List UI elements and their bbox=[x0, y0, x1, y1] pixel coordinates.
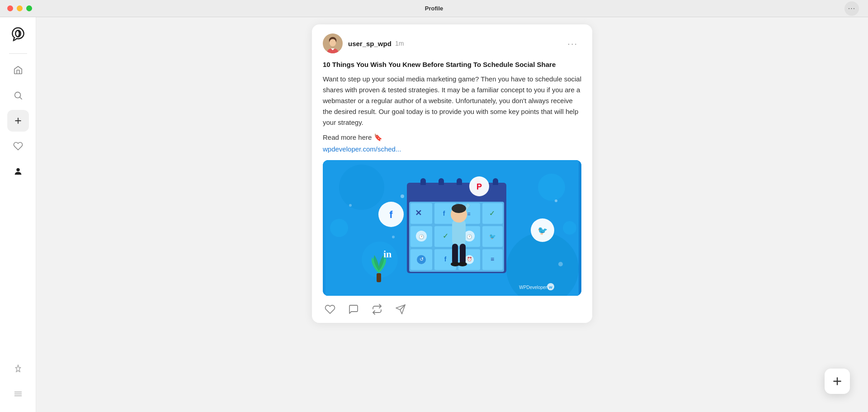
comment-icon bbox=[348, 304, 359, 315]
sidebar-item-search[interactable] bbox=[7, 85, 29, 106]
post-more-button[interactable]: ··· bbox=[564, 37, 581, 51]
svg-point-61 bbox=[458, 262, 467, 266]
like-button[interactable] bbox=[323, 302, 337, 317]
svg-point-75 bbox=[555, 199, 557, 202]
post-header: user_sp_wpd 1m ··· bbox=[323, 33, 581, 53]
svg-text:f: f bbox=[443, 210, 445, 217]
svg-text:P: P bbox=[476, 182, 482, 191]
post-username-row: user_sp_wpd 1m bbox=[348, 40, 404, 47]
post-time: 1m bbox=[395, 40, 404, 47]
svg-point-74 bbox=[392, 236, 395, 238]
threads-logo-icon bbox=[10, 26, 26, 43]
svg-text:f: f bbox=[444, 256, 447, 263]
svg-text:✓: ✓ bbox=[489, 209, 495, 217]
maximize-button[interactable] bbox=[26, 5, 32, 11]
sidebar-bottom bbox=[7, 358, 29, 405]
page-title: Profile bbox=[425, 5, 443, 12]
title-bar: Profile ··· bbox=[0, 0, 868, 17]
svg-text:≡: ≡ bbox=[467, 211, 470, 217]
avatar-image bbox=[324, 35, 342, 53]
app-logo bbox=[8, 24, 28, 44]
feed-container: user_sp_wpd 1m ··· 10 Things You Wish Yo… bbox=[312, 24, 592, 323]
plus-icon bbox=[14, 116, 23, 125]
svg-point-77 bbox=[349, 204, 352, 207]
svg-rect-59 bbox=[460, 244, 466, 264]
svg-point-14 bbox=[339, 165, 384, 210]
svg-text:✓: ✓ bbox=[443, 232, 448, 240]
close-button[interactable] bbox=[7, 5, 13, 11]
svg-text:↺: ↺ bbox=[420, 256, 424, 262]
svg-text:🕐: 🕐 bbox=[467, 234, 472, 240]
post-card: user_sp_wpd 1m ··· 10 Things You Wish Yo… bbox=[312, 24, 592, 296]
post-meta: user_sp_wpd 1m bbox=[348, 40, 404, 47]
sidebar-item-new-post[interactable] bbox=[7, 110, 29, 132]
post-read-more: Read more here 🔖 bbox=[323, 133, 581, 142]
svg-point-5 bbox=[16, 168, 19, 171]
svg-point-17 bbox=[330, 219, 348, 237]
post-actions bbox=[312, 296, 592, 323]
post-image: ✕ f ≡ ✓ 🕐 ✓ 🕐 🐦 bbox=[323, 160, 581, 296]
sidebar-divider-top bbox=[9, 53, 27, 54]
svg-text:W: W bbox=[549, 285, 552, 289]
float-add-button[interactable] bbox=[825, 369, 850, 394]
svg-text:f: f bbox=[389, 209, 393, 220]
repost-icon bbox=[372, 304, 382, 315]
window-controls bbox=[7, 5, 32, 11]
post-body: Want to step up your social media market… bbox=[323, 74, 581, 128]
search-icon bbox=[13, 90, 23, 100]
svg-text:🐦: 🐦 bbox=[538, 226, 548, 236]
avatar bbox=[323, 33, 343, 53]
minimize-button[interactable] bbox=[17, 5, 23, 11]
share-icon bbox=[395, 304, 406, 315]
repost-button[interactable] bbox=[370, 302, 384, 317]
svg-line-2 bbox=[20, 97, 22, 99]
svg-point-76 bbox=[558, 262, 563, 266]
svg-rect-58 bbox=[452, 244, 458, 264]
svg-point-15 bbox=[538, 174, 565, 201]
svg-text:🕐: 🕐 bbox=[419, 234, 425, 240]
menu-icon bbox=[14, 389, 23, 398]
svg-point-16 bbox=[362, 242, 398, 278]
sidebar-item-menu[interactable] bbox=[7, 383, 29, 405]
svg-text:🐦: 🐦 bbox=[489, 233, 496, 240]
sidebar-item-pin[interactable] bbox=[7, 358, 29, 379]
home-icon bbox=[13, 65, 23, 75]
share-button[interactable] bbox=[393, 302, 408, 317]
svg-rect-25 bbox=[407, 185, 506, 201]
sidebar-item-home[interactable] bbox=[7, 59, 29, 81]
svg-rect-55 bbox=[452, 219, 466, 246]
sidebar-item-likes[interactable] bbox=[7, 135, 29, 157]
post-image-inner: ✕ f ≡ ✓ 🕐 ✓ 🕐 🐦 bbox=[323, 160, 581, 296]
heart-icon bbox=[13, 141, 23, 151]
svg-text:✕: ✕ bbox=[415, 208, 422, 218]
title-bar-more-button[interactable]: ··· bbox=[844, 1, 859, 16]
sidebar-item-profile[interactable] bbox=[7, 161, 29, 182]
post-link[interactable]: wpdeveloper.com/sched... bbox=[323, 145, 581, 153]
post-username: user_sp_wpd bbox=[348, 40, 392, 47]
svg-text:in: in bbox=[383, 248, 392, 260]
sidebar bbox=[0, 17, 36, 412]
float-plus-icon bbox=[831, 375, 843, 387]
svg-text:≡: ≡ bbox=[491, 256, 494, 263]
post-header-left: user_sp_wpd 1m bbox=[323, 33, 404, 53]
svg-rect-69 bbox=[377, 273, 381, 282]
svg-point-73 bbox=[401, 194, 404, 198]
svg-point-57 bbox=[452, 204, 466, 213]
person-icon bbox=[13, 166, 23, 176]
heart-action-icon bbox=[325, 304, 335, 315]
svg-text:WPDeveloper: WPDeveloper bbox=[519, 285, 547, 290]
post-title: 10 Things You Wish You Knew Before Start… bbox=[323, 60, 581, 69]
svg-point-18 bbox=[563, 221, 576, 235]
pin-icon bbox=[14, 364, 23, 373]
app-layout: user_sp_wpd 1m ··· 10 Things You Wish Yo… bbox=[0, 17, 868, 412]
svg-point-11 bbox=[330, 39, 336, 46]
post-illustration: ✕ f ≡ ✓ 🕐 ✓ 🕐 🐦 bbox=[326, 160, 579, 296]
svg-text:⏰: ⏰ bbox=[467, 256, 472, 262]
main-content: user_sp_wpd 1m ··· 10 Things You Wish Yo… bbox=[36, 17, 868, 412]
comment-button[interactable] bbox=[346, 302, 361, 317]
